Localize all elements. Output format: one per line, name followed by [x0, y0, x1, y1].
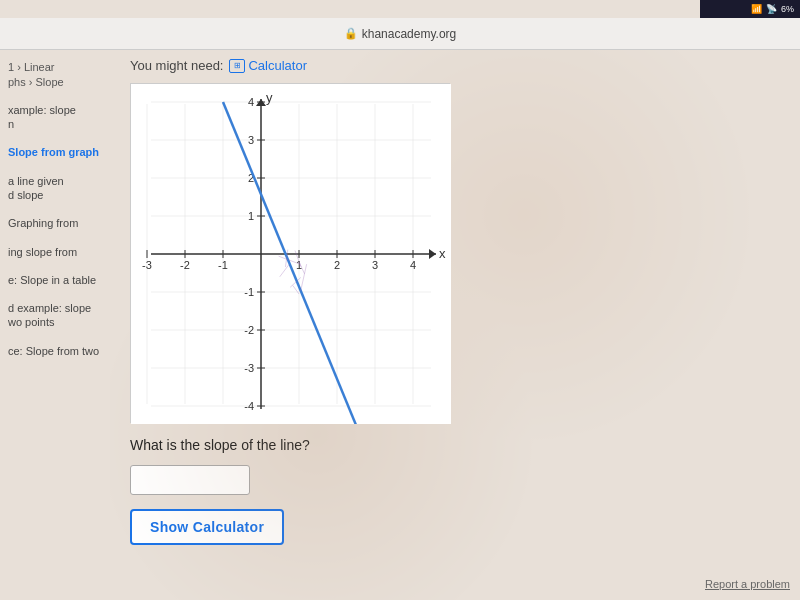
url-bar[interactable]: 🔒 khanacademy.org	[344, 27, 457, 41]
graph-canvas	[131, 84, 451, 424]
content-area: You might need: ⊞ Calculator What is the…	[110, 50, 800, 600]
status-bar: 📶 📡 6%	[700, 0, 800, 18]
might-need-label: You might need:	[130, 58, 223, 73]
wifi-icon: 📡	[766, 4, 777, 14]
signal-icon: 📶	[751, 4, 762, 14]
sidebar-item-example-slope[interactable]: xample: slopen	[8, 103, 102, 132]
graph-container	[130, 83, 450, 423]
sidebar-item-slope-table[interactable]: e: Slope in a table	[8, 273, 102, 287]
might-need-section: You might need: ⊞ Calculator	[130, 58, 780, 73]
breadcrumb: 1 › Linear phs › Slope	[8, 60, 102, 91]
report-problem-link[interactable]: Report a problem	[705, 578, 790, 590]
calculator-link[interactable]: ⊞ Calculator	[229, 58, 307, 73]
sidebar-item-graphing-from[interactable]: Graphing from	[8, 216, 102, 230]
main-container: 1 › Linear phs › Slope xample: slopen Sl…	[0, 50, 800, 600]
question-text: What is the slope of the line?	[130, 437, 780, 453]
answer-input[interactable]	[130, 465, 250, 495]
browser-bar: 🔒 khanacademy.org	[0, 18, 800, 50]
sidebar: 1 › Linear phs › Slope xample: slopen Sl…	[0, 50, 110, 600]
sidebar-item-example-two-points[interactable]: d example: slopewo points	[8, 301, 102, 330]
sidebar-item-slope-from-graph[interactable]: Slope from graph	[8, 145, 102, 159]
breadcrumb-line1: 1 › Linear	[8, 60, 102, 75]
show-calculator-button[interactable]: Show Calculator	[130, 509, 284, 545]
lock-icon: 🔒	[344, 27, 358, 40]
breadcrumb-line2: phs › Slope	[8, 75, 102, 90]
sidebar-item-slope-from-two[interactable]: ce: Slope from two	[8, 344, 102, 358]
sidebar-item-line-given[interactable]: a line givend slope	[8, 174, 102, 203]
calculator-link-text: Calculator	[248, 58, 307, 73]
url-text: khanacademy.org	[362, 27, 457, 41]
calculator-icon: ⊞	[229, 59, 245, 73]
sidebar-item-slope-from[interactable]: ing slope from	[8, 245, 102, 259]
battery-text: 6%	[781, 4, 794, 14]
